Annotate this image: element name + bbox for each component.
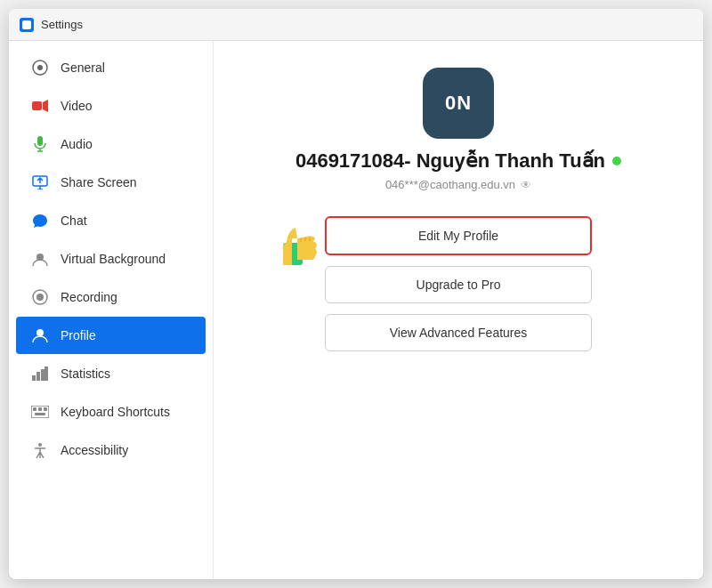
chat-icon xyxy=(30,211,50,230)
avatar-container: 0N xyxy=(423,68,494,139)
svg-point-12 xyxy=(36,329,44,336)
audio-icon xyxy=(30,134,50,154)
view-advanced-features-button[interactable]: View Advanced Features xyxy=(325,314,592,351)
sidebar-item-accessibility[interactable]: Accessibility xyxy=(16,431,206,469)
upgrade-to-pro-button[interactable]: Upgrade to Pro xyxy=(325,266,592,303)
profile-icon xyxy=(30,326,50,345)
sidebar-item-statistics[interactable]: Statistics xyxy=(16,355,206,392)
keyboard-shortcuts-icon xyxy=(30,402,50,422)
recording-label: Recording xyxy=(61,290,117,304)
svg-point-22 xyxy=(38,443,42,447)
svg-rect-14 xyxy=(36,372,40,381)
profile-panel: 0N 0469171084- Nguyễn Thanh Tuấn 046***@… xyxy=(214,41,703,579)
svg-point-2 xyxy=(37,65,43,70)
statistics-label: Statistics xyxy=(61,366,110,381)
svg-rect-20 xyxy=(44,407,47,411)
svg-rect-21 xyxy=(35,413,45,415)
sidebar-item-share-screen[interactable]: Share Screen xyxy=(16,164,206,201)
video-label: Video xyxy=(61,99,93,113)
sidebar-item-keyboard-shortcuts[interactable]: Keyboard Shortcuts xyxy=(16,393,206,431)
svg-rect-13 xyxy=(32,375,36,381)
svg-rect-18 xyxy=(33,407,36,411)
user-display-name: 0469171084- Nguyễn Thanh Tuấn xyxy=(295,149,605,173)
sidebar-item-audio[interactable]: Audio xyxy=(16,125,206,163)
audio-label: Audio xyxy=(61,137,93,151)
avatar-initials: 0N xyxy=(445,92,472,115)
sidebar-item-chat[interactable]: Chat xyxy=(16,202,206,239)
virtual-background-icon xyxy=(30,249,50,269)
main-content: General Video xyxy=(9,41,703,579)
profile-buttons: Edit My Profile Upgrade to Pro View Adva… xyxy=(325,216,592,351)
svg-rect-5 xyxy=(37,136,43,146)
user-email-container: 046***@caothang.edu.vn 👁 xyxy=(385,178,531,191)
app-icon xyxy=(20,18,34,32)
chat-label: Chat xyxy=(61,213,87,228)
virtual-background-label: Virtual Background xyxy=(61,252,166,266)
keyboard-shortcuts-label: Keyboard Shortcuts xyxy=(61,405,170,419)
settings-window: Settings General xyxy=(9,9,703,579)
svg-point-11 xyxy=(36,294,44,301)
svg-rect-19 xyxy=(38,407,42,411)
share-screen-label: Share Screen xyxy=(61,175,137,189)
sidebar-item-video[interactable]: Video xyxy=(16,87,206,125)
statistics-icon xyxy=(30,364,50,383)
general-label: General xyxy=(61,60,105,75)
online-status-dot xyxy=(612,157,621,165)
recording-icon xyxy=(30,287,50,307)
sidebar: General Video xyxy=(9,41,214,579)
video-icon xyxy=(30,96,50,116)
sidebar-item-virtual-background[interactable]: Virtual Background xyxy=(16,240,206,278)
svg-rect-15 xyxy=(41,369,44,381)
titlebar: Settings xyxy=(9,9,703,41)
sidebar-item-general[interactable]: General xyxy=(16,49,206,86)
user-email-text: 046***@caothang.edu.vn xyxy=(385,178,515,191)
sidebar-item-profile[interactable]: Profile xyxy=(16,317,206,354)
svg-marker-4 xyxy=(43,100,48,112)
share-screen-icon xyxy=(30,173,50,192)
svg-rect-3 xyxy=(32,101,42,110)
avatar: 0N xyxy=(423,68,494,139)
thumbs-up-image xyxy=(271,207,334,270)
user-name-container: 0469171084- Nguyễn Thanh Tuấn xyxy=(295,149,621,173)
svg-rect-0 xyxy=(22,20,31,29)
sidebar-item-recording[interactable]: Recording xyxy=(16,278,206,316)
svg-rect-16 xyxy=(44,366,48,381)
profile-label: Profile xyxy=(61,328,96,342)
accessibility-icon xyxy=(30,440,50,460)
accessibility-label: Accessibility xyxy=(61,443,128,457)
edit-profile-button[interactable]: Edit My Profile xyxy=(325,216,592,255)
general-icon xyxy=(30,58,50,77)
window-title: Settings xyxy=(41,18,83,31)
eye-slash-icon: 👁 xyxy=(521,179,531,191)
